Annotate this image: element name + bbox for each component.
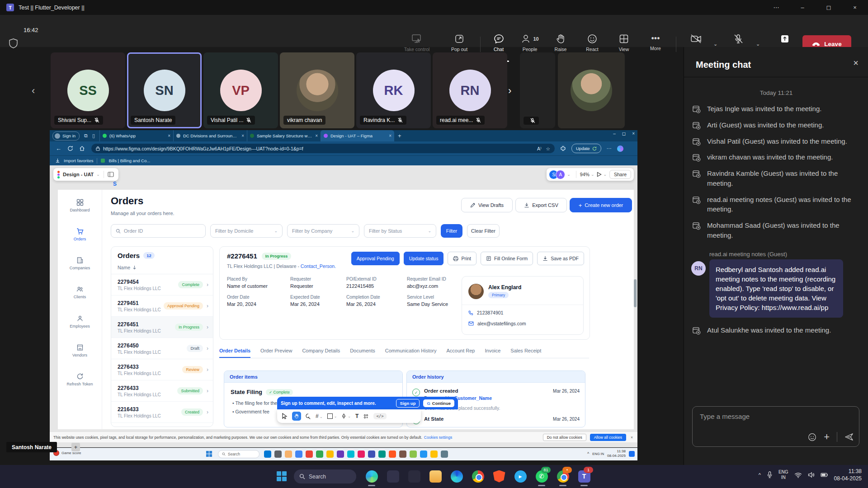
remote-app-icon[interactable] [430, 450, 438, 458]
sidebar-item-dashboard[interactable]: Dashboard [58, 199, 102, 212]
remote-notification-badge[interactable] [629, 451, 635, 457]
remote-app-icon[interactable] [326, 450, 334, 458]
participant-tile[interactable]: vikram chavan [280, 52, 354, 128]
remote-app-icon[interactable] [368, 450, 375, 458]
remote-app-icon[interactable] [420, 450, 427, 458]
order-list-row[interactable]: 2276433 TL Flex Holdings LLC Submitted › [111, 380, 213, 402]
browser-settings-dots-icon[interactable]: ⋯ [607, 145, 612, 151]
tray-mic-icon[interactable] [767, 471, 773, 479]
emoji-icon[interactable] [808, 433, 816, 441]
sidebar-item-clients[interactable]: Clients [58, 286, 102, 299]
raise-hand-button[interactable]: Raise [548, 34, 573, 52]
url-field[interactable]: https://www.figma.com/design/9BKQ0FOHRWa… [91, 144, 555, 153]
order-list-row[interactable]: 2216433 TL Flex Holdings LLC Created › [111, 402, 213, 423]
more-button[interactable]: ••• More [643, 34, 668, 51]
filter-domicile-select[interactable]: Filter by Domicile⌄ [210, 224, 283, 238]
browser-tab[interactable]: DC Divisions and Surroundings × [173, 130, 247, 141]
fill-online-form-button[interactable]: Fill Online Form [481, 252, 533, 265]
browser-window-controls[interactable]: –◻× [613, 131, 635, 136]
taskbar-app-icon[interactable] [491, 469, 507, 484]
taskbar-app-icon[interactable] [364, 469, 379, 484]
dev-mode-toggle[interactable]: </> [373, 413, 386, 419]
move-tool-icon[interactable] [282, 413, 288, 419]
filter-company-select[interactable]: Filter by Company⌄ [287, 224, 359, 238]
presenter-add-button[interactable]: + [71, 443, 80, 451]
browser-tab[interactable]: Design - UAT – Figma × [321, 130, 394, 141]
hand-tool-icon[interactable] [292, 412, 301, 421]
battery-icon[interactable] [821, 473, 828, 477]
print-button[interactable]: Print [448, 252, 476, 265]
view-drafts-button[interactable]: View Drafts [461, 198, 513, 212]
customer-name-link[interactable]: Customer_Name [454, 395, 492, 401]
zoom-level[interactable]: 94% [580, 172, 590, 177]
figma-share-button[interactable]: Share [609, 170, 631, 179]
taskbar-app-icon[interactable] [449, 469, 464, 484]
remote-start-icon[interactable] [206, 450, 212, 457]
frame-tool-icon[interactable]: # ⌄ [316, 413, 323, 419]
zoom-chevron-icon[interactable]: ⌄ [591, 172, 594, 177]
browser-update-button[interactable]: Update [571, 144, 601, 153]
tab-actions-icon[interactable]: ⧉ [84, 133, 88, 139]
react-button[interactable]: React [580, 34, 605, 52]
remote-app-icon[interactable] [274, 450, 282, 458]
component-tool-icon[interactable] [363, 413, 369, 419]
remote-app-icon[interactable] [316, 450, 323, 458]
detail-tab[interactable]: Sales Receipt [510, 348, 541, 358]
present-icon[interactable] [597, 172, 602, 177]
import-favorites-link[interactable]: Import favorites [64, 158, 93, 163]
tab-close-icon[interactable]: × [168, 133, 170, 138]
taskbar-app-icon[interactable]: ▸ [513, 469, 528, 484]
detail-tab[interactable]: Documents [350, 348, 375, 358]
language-indicator[interactable]: ENG IN [778, 469, 788, 480]
update-status-button[interactable]: Update status [404, 252, 444, 265]
tab-close-icon[interactable]: × [241, 133, 244, 138]
remote-app-icon[interactable] [347, 450, 354, 458]
taskbar-app-icon[interactable]: • [555, 469, 571, 484]
camera-options-chevron-icon[interactable]: ⌄ [713, 41, 717, 47]
clear-filter-button[interactable]: Clear Filter [467, 224, 500, 238]
mic-options-chevron-icon[interactable]: ⌄ [756, 41, 760, 47]
window-more-icon[interactable]: ⋯ [763, 0, 789, 15]
taskbar-app-icon[interactable]: T 1 [576, 469, 592, 484]
sidebar-item-vendors[interactable]: Vendors [58, 344, 102, 357]
copilot-icon[interactable] [617, 145, 623, 152]
google-continue-button[interactable]: GContinue [423, 399, 454, 407]
home-icon[interactable] [79, 145, 85, 151]
lasso-tool-icon[interactable] [306, 413, 311, 419]
window-close-icon[interactable]: × [842, 0, 868, 15]
taskbar-search-box[interactable]: Search [294, 469, 356, 483]
create-new-order-button[interactable]: + Create new order [570, 198, 632, 212]
remote-language-indicator[interactable]: ENG IN [592, 452, 604, 456]
taskbar-app-icon[interactable]: ✆ 81 [534, 469, 549, 484]
participant-tile[interactable] [558, 52, 625, 128]
taskbar-app-icon[interactable] [470, 469, 486, 484]
deny-cookies-button[interactable]: Do not allow cookies [543, 434, 586, 441]
remote-app-icon[interactable] [378, 450, 386, 458]
wifi-icon[interactable] [794, 472, 802, 478]
filter-status-select[interactable]: Filter by Status⌄ [364, 224, 436, 238]
approval-pending-button[interactable]: Approval Pending [351, 252, 400, 265]
participant-tile[interactable]: SS Shivani Sup... [51, 52, 125, 128]
tab-close-icon[interactable]: × [315, 133, 318, 138]
window-minimize-icon[interactable]: – [789, 0, 816, 15]
order-list-row[interactable]: 2276451 TL Flex Holdings LLC In Progress… [111, 317, 213, 338]
order-list-row[interactable]: 2279454 TL Flex Holdings LLC Complete › [111, 274, 213, 296]
participant-tile[interactable]: SN Santosh Narate [127, 52, 202, 128]
detail-tab[interactable]: Invoice [485, 348, 500, 358]
remote-app-icon[interactable] [337, 450, 344, 458]
refresh-icon[interactable] [67, 145, 73, 151]
browser-signin-button[interactable]: Sign in [52, 131, 80, 141]
sidebar-item-employees[interactable]: Employees [58, 315, 102, 328]
remote-app-icon[interactable] [285, 450, 292, 458]
vertical-tabs-icon[interactable]: ▯ [92, 133, 95, 139]
remote-app-icon[interactable] [295, 450, 302, 458]
cookie-settings-link[interactable]: Cookies settings [424, 435, 452, 440]
export-csv-button[interactable]: Export CSV [515, 198, 567, 212]
chat-message-input[interactable]: Type a message + [692, 406, 859, 447]
people-button[interactable]: 10 People [515, 34, 544, 52]
detail-tab[interactable]: Communication History [385, 348, 437, 358]
shape-tool-icon[interactable]: ⌄ [327, 413, 337, 419]
layout-panel-icon[interactable] [108, 172, 114, 177]
present-chevron-icon[interactable]: ⌄ [603, 172, 607, 177]
taskbar-app-icon[interactable] [428, 469, 443, 484]
